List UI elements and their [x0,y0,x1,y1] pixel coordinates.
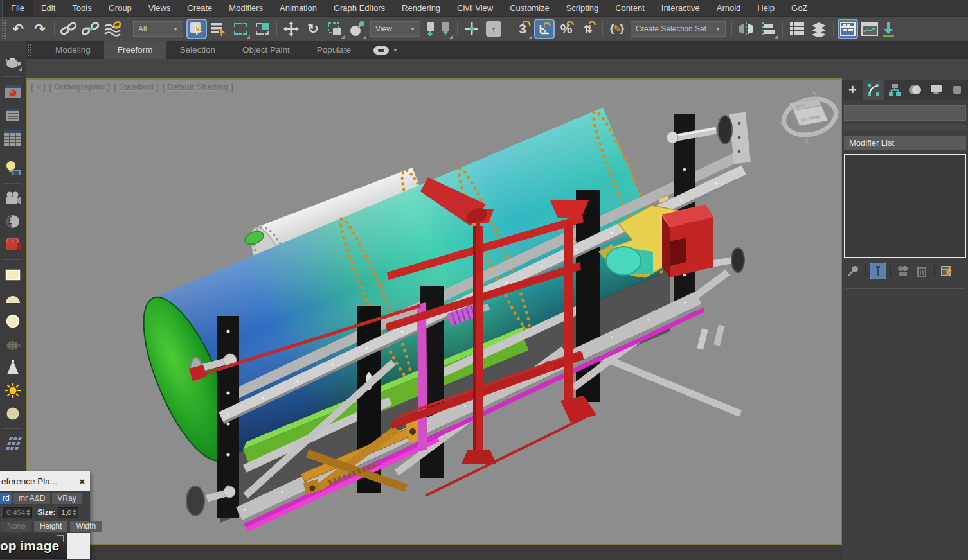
percent-snap-toggle-button[interactable]: % [556,19,577,39]
mirror-button[interactable] [736,19,757,39]
tab-vray[interactable]: VRay [52,493,81,504]
ribbon-grip[interactable] [27,44,31,57]
use-pivot-point-center-button[interactable] [424,19,438,39]
render-presets-button[interactable] [3,128,22,148]
viewport-menu-pov[interactable]: [ Orthographic ] [49,83,110,92]
camera-button[interactable] [3,189,22,208]
viewport[interactable]: [ + ] [ Orthographic ] [ Standard ] [ De… [26,78,842,545]
select-by-name-button[interactable] [208,19,229,39]
modifier-list-dropdown[interactable]: Modifier List [844,136,966,150]
select-and-rotate-button[interactable]: ↻ [303,19,323,39]
image-preview-swatch[interactable] [67,533,90,559]
left-spinner[interactable]: 0,454 [3,507,32,518]
spot-light-button[interactable] [3,358,22,377]
menu-content[interactable]: Content [607,0,653,17]
viewport-menu-shading[interactable]: [ Default Shading ] [162,83,233,92]
ribbon-tab-modeling[interactable]: Modeling [42,41,104,59]
ribbon-tab-freeform[interactable]: Freeform [104,41,166,59]
tab-modify[interactable] [863,80,884,100]
rectangular-selection-region-button[interactable] [230,19,251,39]
modifier-stack[interactable] [844,154,966,258]
render-teapot-button[interactable] [3,52,22,71]
film-camera-red-button[interactable] [3,235,22,254]
reference-coordinate-dropdown[interactable]: View ▼ [370,21,420,37]
toolbar-grip[interactable] [1,19,6,39]
spinner-snap-toggle-button[interactable]: ⇅ [578,19,598,39]
drop-image-area[interactable]: op image [0,533,90,559]
ribbon-tab-object-paint[interactable]: Object Paint [229,41,303,59]
menu-interactive[interactable]: Interactive [653,0,708,17]
snaps-toggle-3d-button[interactable]: 3 [512,19,533,39]
none-button[interactable]: None [1,521,31,532]
render-setup-button[interactable] [881,19,894,39]
pin-stack-button[interactable] [845,263,861,279]
make-unique-button[interactable] [895,263,911,279]
spinner-arrows-icon[interactable] [26,509,30,516]
redo-button[interactable]: ↷ [30,19,50,39]
window-crossing-toggle-button[interactable] [252,19,273,39]
menu-tools[interactable]: Tools [64,0,100,17]
angle-snap-toggle-button[interactable] [534,19,555,39]
tab-standard-fragment[interactable]: rd [0,493,12,504]
align-button[interactable] [758,19,778,39]
select-and-manipulate-button[interactable] [462,19,482,39]
menu-scripting[interactable]: Scripting [558,0,607,17]
keyboard-shortcut-override-button[interactable]: ↑ [483,19,504,39]
object-name-field[interactable] [844,105,966,121]
light-array-button[interactable] [3,434,22,453]
menu-edit[interactable]: Edit [33,0,64,17]
select-object-button[interactable] [186,19,207,39]
menu-views[interactable]: Views [140,0,179,17]
configure-modifier-sets-button[interactable] [938,263,955,279]
menu-animation[interactable]: Animation [271,0,325,17]
undo-button[interactable]: ↶ [8,19,28,39]
rollout-grip[interactable] [940,287,958,290]
select-and-move-button[interactable] [281,19,301,39]
shaded-sphere-button[interactable] [3,212,22,231]
viewport-menu-standard[interactable]: [ Standard ] [114,83,158,92]
edit-named-selection-sets-button[interactable]: {✎} [607,19,627,39]
tab-display[interactable] [926,80,947,100]
light-lister-button[interactable] [3,159,22,178]
sphere-light-button[interactable] [3,404,22,423]
remove-modifier-button[interactable] [913,263,930,279]
tab-hierarchy[interactable] [884,80,905,100]
menu-graph-editors[interactable]: Graph Editors [325,0,393,17]
menu-rendering[interactable]: Rendering [393,0,449,17]
bind-to-space-warp-button[interactable] [102,19,123,39]
menu-create[interactable]: Create [179,0,220,17]
disc-light-button[interactable] [3,311,22,331]
rendered-frame-window-button[interactable] [3,82,22,101]
mesh-light-button[interactable] [3,335,22,354]
menu-modifiers[interactable]: Modifiers [220,0,271,17]
menu-goz[interactable]: GoZ [783,0,816,17]
ribbon-tab-selection[interactable]: Selection [166,41,229,59]
viewcube[interactable]: BOTTOM BACK N E S W [780,89,841,144]
sun-light-button[interactable] [3,381,22,400]
dome-light-button[interactable] [3,288,22,308]
area-light-button[interactable] [3,265,22,284]
tab-motion[interactable] [905,80,926,100]
curve-editor-button[interactable] [859,19,880,39]
render-setup-dialog-button[interactable] [3,105,22,125]
height-button[interactable]: Height [34,521,68,532]
show-end-result-button[interactable] [870,263,886,279]
ribbon-display-toggle[interactable] [373,46,389,55]
menu-civil-view[interactable]: Civil View [449,0,501,17]
menu-group[interactable]: Group [100,0,140,17]
selection-filter-dropdown[interactable]: All ▼ [133,21,183,37]
tab-mr-a-d[interactable]: mr A&D [13,493,50,504]
width-button[interactable]: Width [70,521,102,532]
unlink-selection-button[interactable] [80,19,101,39]
chevron-down-icon[interactable]: ▼ [393,48,398,53]
spinner-arrows-icon[interactable] [73,509,76,516]
tab-utilities[interactable] [947,80,968,100]
named-selection-set-field[interactable]: Create Selection Set ▼ [631,21,726,37]
menu-help[interactable]: Help [749,0,783,17]
ribbon-tab-populate[interactable]: Populate [303,41,364,59]
toggle-scene-explorer-button[interactable] [787,19,807,39]
select-and-scale-button[interactable] [325,19,345,39]
select-and-place-button[interactable] [346,19,367,39]
menu-file[interactable]: File [3,0,33,17]
viewport-menu-general[interactable]: [ + ] [31,83,46,92]
